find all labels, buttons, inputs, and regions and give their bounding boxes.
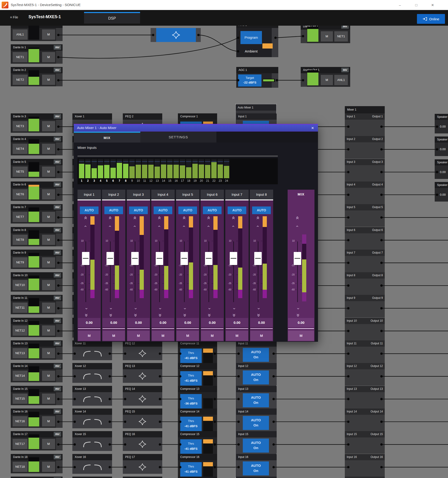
nudge-down-fast-icon[interactable]: « bbox=[295, 312, 301, 318]
dsp-block-peq[interactable]: PEQ 17 bbox=[123, 454, 162, 474]
fader-track[interactable] bbox=[135, 241, 135, 302]
invert-button[interactable]: INV bbox=[54, 409, 61, 414]
file-menu[interactable]: ≡ File bbox=[10, 15, 18, 19]
mute-button[interactable]: M bbox=[102, 331, 125, 341]
close-window-icon[interactable]: ✕ bbox=[429, 2, 436, 8]
threshold-button[interactable]: Thrs-41 dBFS bbox=[180, 417, 202, 431]
mute-button[interactable]: M bbox=[42, 212, 55, 222]
mixer-channel-body[interactable] bbox=[345, 165, 385, 182]
nudge-up-icon[interactable]: ‹ bbox=[132, 223, 138, 230]
nudge-up-icon[interactable]: ‹ bbox=[255, 223, 261, 230]
nudge-up-icon[interactable]: ‹ bbox=[206, 223, 212, 230]
mute-button[interactable]: M bbox=[226, 331, 248, 341]
dsp-block-dante-in[interactable]: Dante In 3INVNET3M bbox=[11, 113, 63, 133]
mute-button[interactable]: M bbox=[42, 462, 55, 472]
nudge-down-icon[interactable]: ‹ bbox=[157, 305, 163, 312]
dsp-block-xover[interactable]: Xover 11 bbox=[72, 340, 112, 360]
mixer-channel-body[interactable] bbox=[345, 415, 385, 431]
gain-value[interactable]: 0.00 bbox=[226, 318, 248, 327]
nudge-down-icon[interactable]: ‹ bbox=[107, 305, 114, 312]
mute-button[interactable]: M bbox=[42, 167, 55, 177]
mixer-channel-body[interactable] bbox=[345, 142, 385, 159]
mute-button[interactable]: M bbox=[250, 331, 273, 341]
nudge-up-fast-icon[interactable]: « bbox=[107, 215, 114, 221]
dsp-block-xover[interactable]: Xover 16 bbox=[72, 454, 112, 474]
invert-button[interactable]: INV bbox=[54, 341, 61, 346]
fader-handle[interactable] bbox=[106, 252, 114, 265]
mute-button[interactable]: M bbox=[42, 29, 55, 40]
dsp-block-dante-in[interactable]: Dante In 8INVNET8M bbox=[11, 227, 63, 246]
mixer-channel-body[interactable] bbox=[345, 460, 385, 477]
mixer-channel-body[interactable] bbox=[345, 347, 385, 363]
dsp-block-peq[interactable]: PEQ 15 bbox=[123, 409, 162, 428]
mute-button[interactable]: M bbox=[42, 52, 55, 62]
nudge-down-fast-icon[interactable]: « bbox=[132, 312, 138, 318]
auto-button[interactable]: AUTO bbox=[252, 207, 271, 214]
tab-dsp[interactable]: DSP bbox=[84, 12, 140, 24]
dsp-block-dante-in[interactable]: Dante In 14INVNET14M bbox=[11, 363, 63, 382]
invert-button[interactable]: INV bbox=[54, 160, 61, 164]
invert-button[interactable]: INV bbox=[54, 68, 61, 72]
nudge-up-fast-icon[interactable]: « bbox=[83, 215, 89, 221]
nudge-down-fast-icon[interactable]: « bbox=[83, 312, 89, 318]
invert-button[interactable]: INV bbox=[54, 250, 61, 255]
dsp-block-anc[interactable]: ANC 1ProgramAmbient bbox=[236, 22, 278, 57]
mute-button[interactable]: M bbox=[127, 331, 150, 341]
close-icon[interactable]: ✕ bbox=[310, 126, 315, 131]
fader-track[interactable] bbox=[85, 241, 86, 302]
dsp-block-dante-in[interactable]: Dante In 9INVNET9M bbox=[11, 250, 63, 269]
gain-value[interactable]: 0.00 bbox=[177, 318, 199, 327]
dsp-block-speaker[interactable]: Speaker0.00 bbox=[435, 114, 448, 133]
auto-on-button[interactable]: AUTOOn bbox=[243, 416, 269, 430]
mixer-channel-body[interactable] bbox=[345, 392, 385, 409]
nudge-up-icon[interactable]: ‹ bbox=[181, 223, 187, 230]
threshold-button[interactable]: Thrs-36 dBFS bbox=[180, 394, 202, 409]
invert-button[interactable]: INV bbox=[54, 137, 61, 141]
threshold-button[interactable]: Thrs-41 dBFS bbox=[180, 349, 202, 363]
nudge-down-fast-icon[interactable]: « bbox=[157, 312, 163, 318]
mute-button[interactable]: M bbox=[42, 121, 55, 131]
nudge-down-icon[interactable]: ‹ bbox=[181, 305, 187, 312]
dsp-block-speaker[interactable]: Speaker0.00 bbox=[435, 137, 448, 156]
fader-handle[interactable] bbox=[180, 252, 188, 265]
dsp-block-xover[interactable]: Xover 14 bbox=[72, 409, 112, 428]
dsp-block-dante-in[interactable]: Dante In 2INVNET2M bbox=[11, 67, 63, 86]
dsp-block-dante-in[interactable]: Dante In 7INVNET7M bbox=[11, 204, 63, 223]
fader-handle[interactable] bbox=[230, 252, 237, 265]
auto-button[interactable]: AUTO bbox=[154, 207, 172, 214]
gain-value[interactable]: 0.00 bbox=[201, 318, 224, 327]
auto-on-button[interactable]: AUTOOn bbox=[243, 461, 269, 475]
invert-button[interactable]: INV bbox=[54, 205, 61, 209]
dsp-block-dante-in[interactable]: Dante In 10INVNET10M bbox=[11, 272, 63, 292]
gain-value[interactable]: 0.00 bbox=[250, 318, 273, 327]
mute-button[interactable]: M bbox=[42, 416, 55, 427]
program-button[interactable]: Program bbox=[240, 31, 262, 44]
auto-button[interactable]: AUTO bbox=[228, 207, 246, 214]
mute-button[interactable]: M bbox=[42, 144, 55, 154]
dsp-block-peq[interactable]: PEQ 16 bbox=[123, 431, 162, 451]
dsp-block-compressor[interactable]: Compressor 15Thrs-41 dBFS bbox=[178, 431, 217, 456]
dsp-block-dante-in[interactable]: Dante In 5INVNET5M bbox=[11, 159, 63, 178]
gain-value[interactable]: 0.00 bbox=[78, 318, 100, 327]
fader-handle[interactable] bbox=[254, 252, 262, 265]
nudge-down-fast-icon[interactable]: « bbox=[231, 312, 237, 318]
dsp-block-dante-in[interactable]: Dante In 1INVNET1M bbox=[11, 44, 63, 64]
mixer-channel-body[interactable] bbox=[345, 437, 385, 454]
mixer-channel-body[interactable] bbox=[345, 369, 385, 386]
invert-button[interactable]: INV bbox=[54, 273, 61, 278]
dsp-block-speaker[interactable]: Speaker0.00 bbox=[435, 159, 448, 179]
nudge-up-fast-icon[interactable]: « bbox=[206, 215, 212, 221]
mute-button[interactable]: M bbox=[42, 257, 55, 268]
invert-button[interactable]: INV bbox=[54, 432, 61, 436]
mixer-channel-body[interactable] bbox=[345, 278, 385, 295]
auto-button[interactable]: AUTO bbox=[129, 207, 148, 214]
nudge-up-icon[interactable]: ‹ bbox=[157, 223, 163, 230]
invert-button[interactable]: INV bbox=[54, 296, 61, 300]
auto-on-button[interactable]: AUTOOn bbox=[243, 371, 269, 384]
nudge-up-fast-icon[interactable]: « bbox=[181, 215, 187, 221]
minimize-icon[interactable]: – bbox=[397, 2, 403, 8]
invert-button[interactable]: INV bbox=[54, 318, 61, 323]
auto-button[interactable]: AUTO bbox=[178, 207, 197, 214]
invert-button[interactable]: INV bbox=[54, 45, 61, 50]
mute-button[interactable]: M bbox=[42, 302, 55, 313]
